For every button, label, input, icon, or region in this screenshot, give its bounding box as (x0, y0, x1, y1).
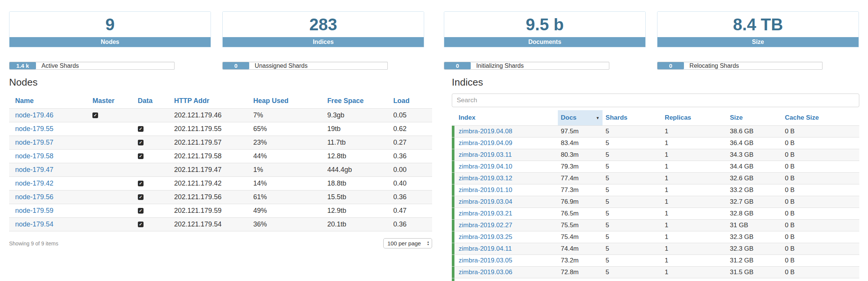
index-cache-size-cell: 0 B (782, 137, 859, 149)
index-link[interactable]: zimbra-2019.04.08 (459, 128, 512, 135)
table-row: zimbra-2019.04.08 97.5m 5 1 38.6 GB 0 B (452, 126, 859, 137)
index-cache-size-cell: 0 B (782, 126, 859, 137)
node-link[interactable]: node-179.54 (15, 220, 53, 228)
node-link[interactable]: node-179.55 (15, 125, 53, 133)
table-row: zimbra-2019.01.10 77.3m 5 1 33.2 GB 0 B (452, 184, 859, 196)
nodes-table-header-row: Name Master Data HTTP Addr Heap Used Fre… (9, 94, 432, 109)
index-link[interactable]: zimbra-2019.03.12 (459, 175, 512, 182)
index-replicas-cell: 1 (662, 137, 727, 149)
index-link[interactable]: zimbra-2019.04.10 (459, 163, 512, 170)
node-http-addr-cell: 202.121.179.55 (171, 122, 250, 136)
index-link[interactable]: zimbra-2019.03.21 (459, 210, 512, 217)
index-shards-cell: 5 (603, 137, 662, 149)
column-header-load[interactable]: Load (390, 94, 432, 109)
column-header-free-space[interactable]: Free Space (324, 94, 390, 109)
node-link[interactable]: node-179.42 (15, 180, 53, 187)
index-link[interactable]: zimbra-2019.01.10 (459, 186, 512, 194)
index-cache-size-cell: 0 B (782, 220, 859, 231)
column-header-size[interactable]: Size (727, 110, 782, 126)
column-header-http-addr[interactable]: HTTP Addr (171, 94, 250, 109)
table-row: zimbra-2019.03.05 73.2m 5 1 31.2 GB 0 B (452, 255, 859, 267)
index-link[interactable]: zimbra-2019.03.05 (459, 257, 512, 264)
page-size-select[interactable]: 100 per page (383, 238, 432, 248)
node-data-cell: ✓ (135, 163, 171, 177)
node-master-cell: ✓ (89, 190, 135, 204)
column-header-data[interactable]: Data (135, 94, 171, 109)
index-size-cell: 38.6 GB (727, 126, 782, 137)
column-header-index[interactable]: Index (452, 110, 558, 126)
node-master-cell: ✓ (89, 204, 135, 218)
node-link[interactable]: node-179.46 (15, 111, 53, 119)
node-data-cell: ✓ (135, 177, 171, 190)
node-load-cell: 0.00 (390, 163, 432, 177)
nodes-section: Nodes Name Master Data HTTP Addr Heap Us… (9, 76, 432, 281)
node-heap-used-cell: 44% (250, 150, 324, 163)
column-header-heap-used[interactable]: Heap Used (250, 94, 324, 109)
stat-column: 9 Nodes 1.4 k Active Shards (9, 11, 211, 70)
index-link[interactable]: zimbra-2019.03.04 (459, 198, 512, 205)
node-http-addr-cell: 202.121.179.56 (171, 190, 250, 204)
index-shards-cell: 5 (603, 267, 662, 278)
index-name-cell: zimbra-2019.02.27 (452, 220, 558, 231)
index-cache-size-cell: 0 B (782, 267, 859, 278)
index-link[interactable]: zimbra-2019.04.09 (459, 139, 512, 147)
node-name-cell: node-179.55 (9, 122, 89, 136)
node-load-cell: 0.36 (390, 218, 432, 231)
index-docs-cell: 76.5m (558, 208, 603, 220)
index-link[interactable]: zimbra-2019.04.11 (459, 245, 512, 252)
index-size-cell: 32.3 GB (727, 243, 782, 255)
index-link[interactable]: zimbra-2019.03.25 (459, 233, 512, 240)
index-link[interactable]: zimbra-2019.03.11 (459, 151, 512, 158)
column-header-docs-sorted[interactable]: Docs▼ (558, 110, 603, 126)
table-row: zimbra-2019.04.09 83.4m 5 1 36.4 GB 0 B (452, 137, 859, 149)
table-row: node-179.46 ✓ ✓ 202.121.179.46 7% 9.3gb … (9, 109, 432, 122)
column-header-cache-size[interactable]: Cache Size (782, 110, 859, 126)
node-http-addr-cell: 202.121.179.54 (171, 218, 250, 231)
stat-label: Documents (444, 37, 646, 47)
node-link[interactable]: node-179.56 (15, 193, 53, 201)
index-shards-cell: 5 (603, 149, 662, 161)
index-cache-size-cell: 0 B (782, 231, 859, 243)
nodes-table: Name Master Data HTTP Addr Heap Used Fre… (9, 94, 432, 231)
index-link[interactable]: zimbra-2019.03.06 (459, 269, 512, 276)
shard-progress-fill: 1.4 k (9, 62, 36, 69)
shard-progress-label: Relocating Shards (690, 62, 739, 69)
node-http-addr-cell: 202.121.179.58 (171, 150, 250, 163)
index-link[interactable]: zimbra-2019.02.27 (459, 222, 512, 229)
node-data-cell: ✓ (135, 122, 171, 136)
index-size-cell: 31.5 GB (727, 267, 782, 278)
index-size-cell: 34.4 GB (727, 161, 782, 173)
node-heap-used-cell: 14% (250, 177, 324, 190)
shard-progress-bar: 0 Relocating Shards (657, 62, 823, 70)
stat-value: 283 (223, 12, 424, 37)
index-cache-size-cell: 0 B (782, 161, 859, 173)
node-name-cell: node-179.42 (9, 177, 89, 190)
node-link[interactable]: node-179.58 (15, 152, 53, 160)
column-header-master[interactable]: Master (89, 94, 135, 109)
shard-progress-fill: 0 (444, 62, 471, 69)
checkbox-checked-icon: ✓ (138, 208, 144, 214)
column-header-replicas[interactable]: Replicas (662, 110, 727, 126)
node-load-cell: 0.27 (390, 136, 432, 150)
table-row: zimbra-2019.03.11 80.3m 5 1 34.3 GB 0 B (452, 149, 859, 161)
node-link[interactable]: node-179.57 (15, 139, 53, 146)
node-master-cell: ✓ (89, 150, 135, 163)
node-master-cell: ✓ (89, 218, 135, 231)
node-free-space-cell: 11.7tb (324, 136, 390, 150)
node-heap-used-cell: 23% (250, 136, 324, 150)
table-row: node-179.57 ✓ ✓ 202.121.179.57 23% 11.7t… (9, 136, 432, 150)
search-input[interactable] (452, 94, 859, 107)
nodes-table-footer: Showing 9 of 9 items 100 per page ▲ ▼ (9, 238, 432, 248)
node-load-cell: 0.40 (390, 177, 432, 190)
partial-row-filler (558, 278, 859, 281)
column-header-shards[interactable]: Shards (603, 110, 662, 126)
node-link[interactable]: node-179.47 (15, 166, 53, 173)
shard-progress-fill: 0 (223, 62, 249, 69)
column-header-name[interactable]: Name (9, 94, 89, 109)
index-replicas-cell: 1 (662, 220, 727, 231)
table-row: zimbra-2019.03.04 76.9m 5 1 32.7 GB 0 B (452, 196, 859, 208)
table-row: node-179.47 ✓ ✓ 202.121.179.47 1% 444.4g… (9, 163, 432, 177)
stat-value: 9 (9, 12, 211, 37)
node-link[interactable]: node-179.59 (15, 207, 53, 214)
index-replicas-cell: 1 (662, 149, 727, 161)
